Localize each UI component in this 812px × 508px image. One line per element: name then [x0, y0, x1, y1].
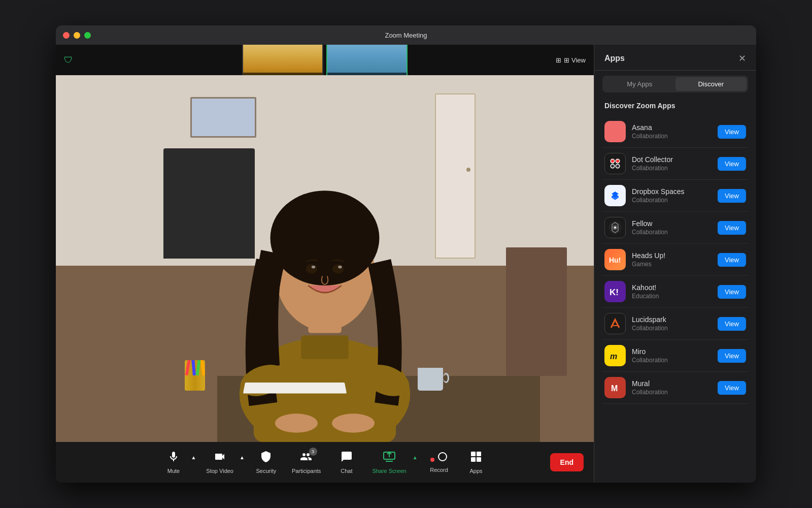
window-title: Zoom Meeting	[385, 31, 427, 39]
asana-category: Collaboration	[632, 133, 718, 140]
traffic-lights	[63, 32, 91, 39]
app-item-dropbox: Dropbox Spaces Collaboration View	[602, 180, 748, 212]
mute-button[interactable]: Mute	[157, 448, 190, 477]
app-item-dot-collector: Dot Collector Collaboration View	[602, 148, 748, 180]
apps-close-button[interactable]: ✕	[738, 53, 746, 64]
security-button[interactable]: Security	[250, 448, 283, 477]
chat-icon	[341, 451, 353, 466]
headsup-info: Heads Up! Games	[632, 251, 718, 268]
svg-point-21	[609, 132, 614, 137]
share-group: Share Screen ▲	[367, 448, 418, 477]
mural-info: Mural Collaboration	[632, 379, 718, 396]
main-window: Zoom Meeting 🛡 Bobbi Hart	[56, 25, 756, 483]
lucidspark-view-button[interactable]: View	[718, 317, 746, 331]
asana-name: Asana	[632, 123, 718, 132]
fellow-view-button[interactable]: View	[718, 221, 746, 235]
dropbox-icon	[604, 185, 626, 206]
record-button[interactable]: Record	[423, 449, 456, 476]
asana-info: Asana Collaboration	[632, 123, 718, 140]
asana-icon	[604, 121, 626, 142]
chat-button[interactable]: Chat	[330, 448, 363, 477]
participant-count: 3	[309, 448, 317, 456]
close-traffic-light[interactable]	[63, 32, 70, 39]
dropbox-view-button[interactable]: View	[718, 189, 746, 203]
lucidspark-category: Collaboration	[632, 325, 718, 332]
record-label: Record	[430, 467, 448, 473]
mural-view-button[interactable]: View	[718, 381, 746, 395]
participants-button[interactable]: 3 Participants	[287, 448, 326, 477]
svg-rect-9	[301, 335, 348, 359]
headsup-category: Games	[632, 261, 718, 268]
main-video-feed	[56, 75, 594, 442]
toolbar: Mute ▲ Stop Video ▲	[56, 442, 594, 483]
dropbox-category: Collaboration	[632, 197, 718, 204]
apps-icon	[470, 451, 482, 466]
svg-point-24	[611, 160, 614, 163]
fellow-name: Fellow	[632, 219, 718, 228]
svg-point-8	[338, 265, 342, 268]
video-icon	[214, 451, 226, 466]
kahoot-icon: K!	[604, 281, 626, 302]
svg-point-34	[614, 227, 616, 229]
miro-category: Collaboration	[632, 357, 718, 364]
door-knob	[466, 168, 470, 172]
stop-video-button[interactable]: Stop Video	[201, 448, 239, 477]
share-screen-label: Share Screen	[372, 468, 406, 474]
svg-rect-16	[471, 452, 476, 456]
tab-discover[interactable]: Discover	[675, 77, 747, 91]
main-area: 🛡 Bobbi Hart Mike Robertson	[56, 45, 756, 483]
miro-view-button[interactable]: View	[718, 349, 746, 363]
stop-video-label: Stop Video	[206, 468, 233, 474]
asana-view-button[interactable]: View	[718, 125, 746, 139]
dropbox-name: Dropbox Spaces	[632, 187, 718, 196]
svg-point-5	[306, 264, 317, 274]
title-bar: Zoom Meeting	[56, 25, 756, 45]
apps-section-title: Discover Zoom Apps	[594, 98, 756, 116]
pencil-holder	[185, 360, 205, 391]
tab-my-apps[interactable]: My Apps	[604, 77, 675, 91]
share-screen-button[interactable]: Share Screen	[367, 448, 411, 477]
video-chevron[interactable]: ▲	[239, 453, 246, 462]
participants-icon: 3	[300, 451, 313, 466]
dot-collector-name: Dot Collector	[632, 155, 718, 164]
view-button[interactable]: ⊞ ⊞ View	[556, 56, 586, 64]
mural-icon: M	[604, 377, 626, 398]
apps-sidebar-title: Apps	[604, 54, 625, 63]
record-dot	[430, 458, 434, 462]
view-label: ⊞ View	[564, 56, 586, 64]
app-item-mural: M Mural Collaboration View	[602, 372, 748, 404]
dot-collector-info: Dot Collector Collaboration	[632, 155, 718, 172]
apps-button[interactable]: Apps	[460, 448, 493, 477]
app-item-lucidspark: Lucidspark Collaboration View	[602, 308, 748, 340]
svg-point-4	[270, 190, 380, 285]
minimize-traffic-light[interactable]	[74, 32, 80, 39]
kahoot-view-button[interactable]: View	[718, 285, 746, 299]
mural-name: Mural	[632, 379, 718, 388]
svg-rect-19	[477, 457, 481, 462]
lucidspark-name: Lucidspark	[632, 315, 718, 324]
kahoot-name: Kahoot!	[632, 283, 718, 292]
svg-rect-17	[477, 452, 481, 456]
view-icon: ⊞	[556, 56, 561, 64]
fellow-category: Collaboration	[632, 229, 718, 236]
headsup-view-button[interactable]: View	[718, 253, 746, 267]
security-label: Security	[256, 468, 277, 474]
end-button[interactable]: End	[550, 453, 584, 471]
dot-collector-view-button[interactable]: View	[718, 157, 746, 171]
mute-chevron[interactable]: ▲	[190, 453, 197, 462]
notebook	[243, 383, 347, 394]
svg-text:Hu!: Hu!	[609, 256, 621, 264]
person-svg	[218, 119, 431, 442]
app-item-kahoot: K! Kahoot! Education View	[602, 276, 748, 308]
svg-text:m: m	[610, 352, 617, 361]
fullscreen-traffic-light[interactable]	[84, 32, 91, 39]
kahoot-info: Kahoot! Education	[632, 283, 718, 300]
share-chevron[interactable]: ▲	[412, 453, 419, 462]
svg-point-22	[616, 132, 621, 137]
room-background	[56, 75, 594, 442]
miro-info: Miro Collaboration	[632, 347, 718, 364]
dot-collector-icon	[604, 153, 626, 174]
lucidspark-icon	[604, 313, 626, 334]
svg-point-6	[332, 264, 344, 274]
cabinet	[506, 247, 567, 376]
